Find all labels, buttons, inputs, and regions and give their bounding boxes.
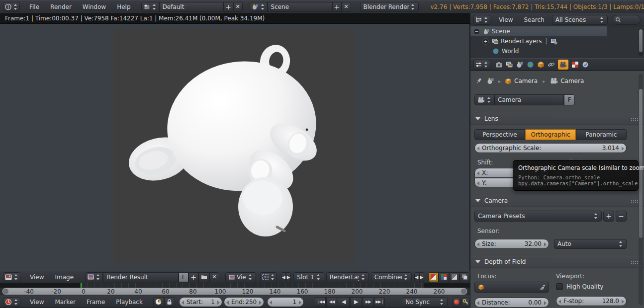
unlink-image-button[interactable]: ✕ [209,272,219,282]
scene-name[interactable]: Scene [268,2,332,12]
add-layout-button[interactable]: + [224,2,233,12]
preview-range-button[interactable] [153,297,164,307]
frame-start-field[interactable]: Start:1 [179,297,222,307]
next-keyframe-button[interactable]: ▶▶ [363,297,373,307]
channel-zbuffer-button[interactable] [460,272,470,282]
expand-icon[interactable]: + [482,38,489,45]
screen-layout-icon-button[interactable] [141,2,159,12]
jump-to-end-button[interactable]: ▶▶❘ [374,297,385,307]
sensor-fit-select[interactable]: Auto [554,239,627,249]
outliner-item-label[interactable]: RenderLayers [501,38,542,45]
panoramic-button[interactable]: Panoramic [576,129,627,140]
menu-file[interactable]: File [24,3,45,10]
menu-render[interactable]: Render [45,3,77,10]
timeline-ruler[interactable]: -40 -20 0 20 40 60 80 100 120 140 160 18… [0,283,470,296]
timeline-menu-frame[interactable]: Frame [81,299,110,306]
properties-editor-type-selector[interactable] [473,60,490,70]
fstop-slider[interactable]: F-stop: 128.0 [556,296,627,306]
menu-window[interactable]: Window [77,3,111,10]
pivot-selector[interactable] [260,272,277,282]
slot-select[interactable]: Slot 1 [293,272,324,282]
frame-end-field[interactable]: End:250 [224,297,264,307]
orthographic-scale-slider[interactable]: Orthographic Scale: 3.014 [474,143,627,153]
outliner-row-renderlayers[interactable]: + RenderLayers | [470,36,644,46]
play-button[interactable]: ▶ [350,297,362,307]
pin-icon[interactable] [475,77,483,85]
image-menu-image[interactable]: Image [49,274,79,281]
image-editor-view[interactable] [0,24,470,271]
current-frame-field[interactable]: 1 [267,297,304,307]
breadcrumb-object-icon[interactable] [505,78,512,84]
outliner-row-scene[interactable]: − Scene [470,26,607,36]
tab-physics-icon[interactable] [582,61,589,68]
current-frame-line[interactable] [81,283,82,288]
outliner-editor-type-selector[interactable] [473,15,490,25]
scrollbar-knob-left[interactable] [3,289,8,294]
channel-rgba-button[interactable] [428,272,439,282]
renderlayer-select[interactable]: RenderLayer [326,272,369,282]
tab-texture-icon[interactable] [571,61,579,68]
screen-layout-name[interactable]: Default [159,2,224,12]
editor-type-selector[interactable] [3,2,20,12]
high-quality-checkbox[interactable] [556,283,563,290]
ruler-scrollbar[interactable]: -40 -20 0 20 40 60 80 100 120 140 160 18… [2,288,467,295]
lock-time-button[interactable] [164,297,175,307]
image-editor-type-selector[interactable] [3,272,20,282]
add-scene-button[interactable]: + [332,2,342,12]
properties-scrollbar[interactable] [639,74,643,305]
camera-panel-header[interactable]: Camera [470,195,644,207]
image-datablock-icon[interactable] [85,272,103,282]
channel-rgb-button[interactable] [439,272,449,282]
layer-prev-button[interactable]: ◀ [414,272,419,282]
dof-panel-header[interactable]: Depth of Field [470,256,644,268]
jump-to-start-button[interactable]: ❘◀◀ [315,297,326,307]
timeline-menu-playback[interactable]: Playback [110,299,148,306]
menu-help[interactable]: Help [111,3,136,10]
perspective-button[interactable]: Perspective [474,129,525,140]
outliner-menu-view[interactable]: View [493,16,518,23]
tab-world-icon[interactable] [527,61,534,68]
slot-prev-button[interactable]: ◀ [281,272,286,282]
renderpass-select[interactable]: Combined [371,272,412,282]
focus-object-field[interactable] [474,282,549,293]
fake-user-button[interactable]: F [179,272,188,282]
tab-constraints-icon[interactable] [548,61,555,68]
tab-scene-icon[interactable] [516,61,524,68]
add-preset-button[interactable]: + [603,211,614,222]
timeline-menu-view[interactable]: View [24,299,49,306]
play-reverse-button[interactable]: ◀ [338,297,350,307]
breadcrumb-data-label[interactable]: Camera [560,77,584,84]
collapse-icon[interactable]: − [473,28,480,35]
image-view-dropdown[interactable]: View [225,272,256,282]
breadcrumb-camera-icon[interactable] [550,77,558,84]
camera-datablock-browse[interactable] [474,94,494,105]
sensor-size-slider[interactable]: Size: 32.00 [474,239,549,249]
camera-data-name-field[interactable]: Camera [494,94,564,105]
image-menu-view[interactable]: View [24,274,49,281]
record-button[interactable] [453,297,461,307]
new-image-button[interactable]: + [188,272,198,282]
outliner-scrollbar[interactable] [639,28,643,56]
remove-preset-button[interactable]: − [616,211,627,222]
scene-icon-button[interactable] [250,2,268,12]
channel-alpha-button[interactable] [449,272,460,282]
scrollbar-knob-right[interactable] [461,289,466,294]
camera-presets-select[interactable]: Camera Presets [474,211,602,222]
open-image-button[interactable] [198,272,209,282]
outliner-item-label[interactable]: World [502,48,519,55]
outliner-item-label[interactable]: Scene [492,28,510,35]
focus-distance-slider[interactable]: Distance: 0.00 [474,298,549,308]
orthographic-button[interactable]: Orthographic [525,129,576,140]
tab-object-data-active[interactable] [558,60,568,70]
renderlayer-badge-icon[interactable] [551,38,557,45]
tab-render-icon[interactable] [495,61,503,68]
lens-panel-header[interactable]: Lens [470,113,644,125]
sync-mode-select[interactable]: No Sync [402,297,448,307]
tab-render-layers-icon[interactable] [506,61,513,68]
close-layout-button[interactable]: ✕ [233,2,243,12]
fake-user-toggle[interactable]: F [564,94,575,105]
timeline-editor-type-selector[interactable] [3,297,20,307]
slot-next-button[interactable]: ▶ [286,272,291,282]
image-datablock-name[interactable]: Render Result [103,272,179,282]
breadcrumb-scene-icon[interactable] [487,77,494,84]
